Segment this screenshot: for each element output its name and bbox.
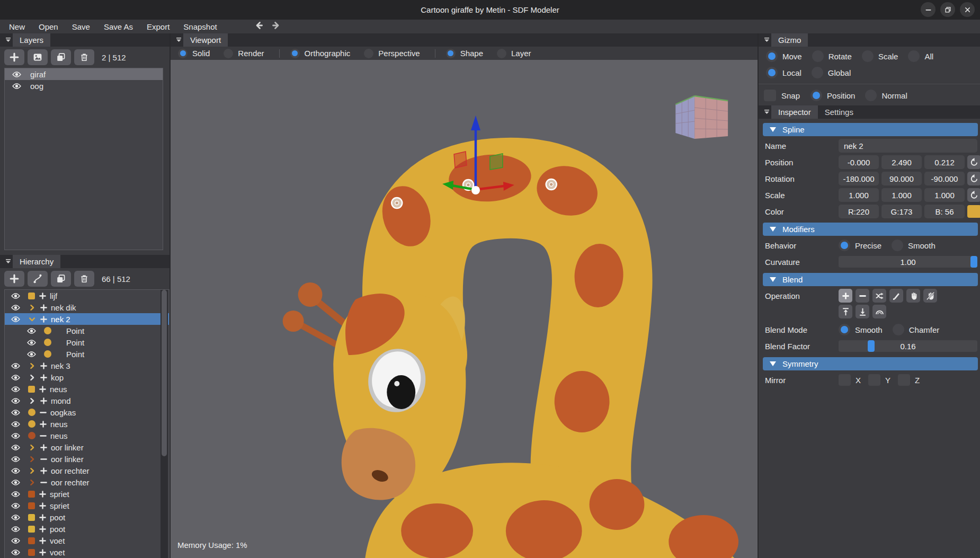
titlebar[interactable]: Cartoon giraffe by Metin - SDF Modeler bbox=[0, 0, 980, 20]
radio-global[interactable]: Global bbox=[812, 67, 851, 78]
layer-row[interactable]: oog bbox=[5, 80, 163, 92]
operation-hand-slash-button[interactable] bbox=[923, 289, 937, 303]
eye-icon[interactable] bbox=[27, 338, 36, 347]
eye-icon[interactable] bbox=[11, 501, 20, 510]
plus-button[interactable] bbox=[4, 271, 24, 287]
hierarchy-row[interactable]: oor rechter bbox=[5, 465, 169, 476]
operation-op-plus-button[interactable] bbox=[839, 289, 852, 303]
hierarchy-row[interactable]: neus bbox=[5, 418, 169, 430]
preview-cube[interactable] bbox=[675, 96, 728, 139]
hierarchy-row[interactable]: voet bbox=[5, 535, 169, 546]
menu-save-as[interactable]: Save As bbox=[97, 22, 140, 31]
eye-icon[interactable] bbox=[11, 373, 20, 382]
section-blend[interactable]: Blend bbox=[763, 273, 978, 286]
name-input[interactable]: nek 2 bbox=[839, 139, 977, 153]
radio-rotate[interactable]: Rotate bbox=[812, 50, 852, 62]
section-modifiers[interactable]: Modifiers bbox=[763, 223, 978, 236]
value-field[interactable]: G:173 bbox=[881, 205, 922, 218]
operation-hand-button[interactable] bbox=[906, 289, 920, 303]
value-field[interactable]: -180.000 bbox=[839, 172, 879, 185]
scrollbar-thumb[interactable] bbox=[162, 290, 167, 456]
value-field[interactable]: R:220 bbox=[839, 205, 879, 218]
hierarchy-row[interactable]: Point bbox=[5, 325, 169, 336]
hierarchy-row[interactable]: oogkas bbox=[5, 406, 169, 418]
radio-position[interactable]: Position bbox=[810, 90, 855, 101]
eye-icon[interactable] bbox=[11, 291, 20, 300]
collapse-icon[interactable] bbox=[175, 33, 183, 47]
window-close-button[interactable] bbox=[960, 2, 975, 17]
hierarchy-row[interactable]: neus bbox=[5, 383, 169, 395]
hierarchy-row[interactable]: oor linker bbox=[5, 453, 169, 465]
radio-normal[interactable]: Normal bbox=[865, 90, 907, 101]
section-spline[interactable]: Spline bbox=[763, 123, 978, 136]
window-minimize-button[interactable] bbox=[921, 2, 936, 17]
radio-render[interactable]: Render bbox=[224, 49, 264, 58]
duplicate-button[interactable] bbox=[51, 271, 71, 287]
hierarchy-row[interactable]: neus bbox=[5, 430, 169, 441]
radio-precise[interactable]: Precise bbox=[839, 240, 881, 251]
mirror-x[interactable]: X bbox=[839, 374, 861, 386]
eye-icon[interactable] bbox=[11, 455, 20, 464]
menu-save[interactable]: Save bbox=[65, 22, 97, 31]
hierarchy-row[interactable]: kop bbox=[5, 371, 169, 383]
operation-arc-button[interactable] bbox=[872, 305, 886, 318]
tab-layers[interactable]: Layers bbox=[13, 33, 50, 47]
radio-move[interactable]: Move bbox=[766, 50, 802, 62]
menu-export[interactable]: Export bbox=[140, 22, 176, 31]
tab-hierarchy[interactable]: Hierarchy bbox=[13, 255, 60, 268]
color-swatch[interactable] bbox=[967, 205, 980, 218]
eye-icon[interactable] bbox=[11, 396, 20, 405]
curvature-slider[interactable]: 1.00 bbox=[839, 256, 977, 268]
eye-icon[interactable] bbox=[11, 536, 20, 545]
image-button[interactable] bbox=[28, 49, 48, 65]
back-button[interactable] bbox=[254, 20, 264, 33]
eye-icon[interactable] bbox=[11, 490, 20, 499]
radio-scale[interactable]: Scale bbox=[862, 50, 898, 62]
trash-button[interactable] bbox=[74, 271, 94, 287]
hierarchy-scrollbar[interactable] bbox=[161, 290, 168, 558]
eye-icon[interactable] bbox=[11, 431, 20, 440]
eye-icon[interactable] bbox=[27, 350, 36, 359]
eye-icon[interactable] bbox=[11, 315, 20, 324]
hierarchy-row[interactable]: oor rechter bbox=[5, 476, 169, 488]
layer-row[interactable]: giraf bbox=[5, 68, 163, 80]
mirror-z[interactable]: Z bbox=[898, 374, 920, 386]
mirror-checkbox[interactable] bbox=[868, 374, 880, 386]
value-field[interactable]: B: 56 bbox=[924, 205, 965, 218]
radio-smooth[interactable]: Smooth bbox=[892, 240, 936, 251]
hierarchy-list[interactable]: lijfnek diknek 2PointPointPointnek 3kopn… bbox=[4, 289, 170, 558]
tab-inspector[interactable]: Inspector bbox=[771, 105, 818, 119]
eye-icon[interactable] bbox=[11, 303, 20, 312]
eye-icon[interactable] bbox=[11, 443, 20, 452]
eye-icon[interactable] bbox=[12, 70, 21, 79]
layers-list[interactable]: girafoog bbox=[4, 68, 163, 250]
value-field[interactable]: 1.000 bbox=[881, 188, 922, 202]
trash-button[interactable] bbox=[74, 49, 94, 65]
radio-shape[interactable]: Shape bbox=[446, 49, 483, 58]
snap-checkbox[interactable] bbox=[764, 90, 776, 101]
hierarchy-row[interactable]: nek 3 bbox=[5, 360, 169, 371]
value-field[interactable]: 1.000 bbox=[924, 188, 965, 202]
hierarchy-row[interactable]: lijf bbox=[5, 290, 169, 302]
hierarchy-row[interactable]: oor linker bbox=[5, 441, 169, 453]
radio-layer[interactable]: Layer bbox=[497, 49, 531, 58]
radio-smooth[interactable]: Smooth bbox=[839, 324, 883, 335]
eye-icon[interactable] bbox=[11, 548, 20, 557]
reset-button[interactable] bbox=[967, 188, 980, 202]
value-field[interactable]: -90.000 bbox=[924, 172, 965, 185]
operation-brush-button[interactable] bbox=[889, 289, 903, 303]
eye-icon[interactable] bbox=[11, 420, 20, 429]
tab-settings[interactable]: Settings bbox=[818, 105, 860, 119]
operation-op-minus-button[interactable] bbox=[856, 289, 869, 303]
value-field[interactable]: 1.000 bbox=[839, 188, 879, 202]
collapse-icon[interactable] bbox=[4, 33, 13, 47]
hierarchy-row[interactable]: nek dik bbox=[5, 302, 169, 313]
eye-icon[interactable] bbox=[11, 466, 20, 475]
eye-icon[interactable] bbox=[11, 385, 20, 394]
menu-snapshot[interactable]: Snapshot bbox=[176, 22, 224, 31]
plus-button[interactable] bbox=[4, 49, 24, 65]
mirror-y[interactable]: Y bbox=[868, 374, 890, 386]
radio-solid[interactable]: Solid bbox=[178, 49, 210, 58]
forward-button[interactable] bbox=[271, 20, 281, 33]
operation-upload-bar-button[interactable] bbox=[839, 305, 852, 318]
